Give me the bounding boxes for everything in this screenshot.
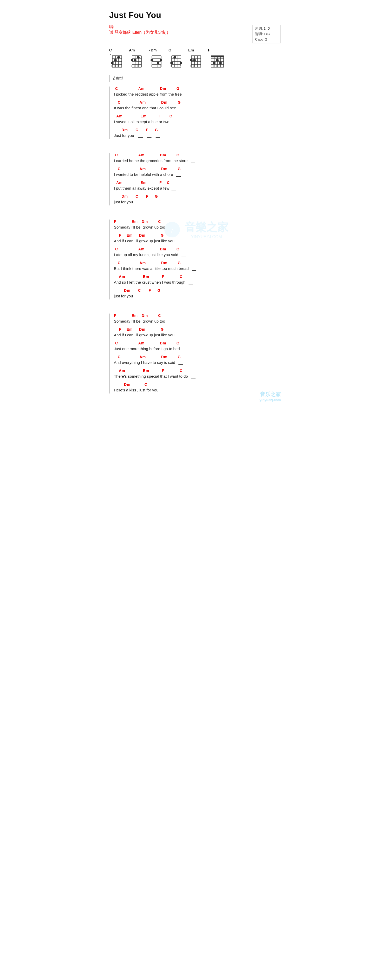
svg-text:3: 3	[213, 65, 214, 67]
chord-line: C Am Dm G	[113, 247, 281, 251]
chord-line: C Am Dm G	[113, 153, 281, 157]
svg-point-27	[131, 59, 133, 62]
lyric-line: just for you __ __ __	[113, 293, 281, 299]
line-group-1-1: C Am Dm G I picked the reddest apple fro…	[113, 86, 281, 98]
spacer	[109, 308, 281, 313]
svg-point-41	[157, 62, 159, 64]
line-group-4-3: C Am Dm G Just one more thing before I g…	[113, 341, 281, 352]
chord-line: C Am Dm G	[113, 86, 281, 91]
svg-text:4: 4	[219, 65, 221, 67]
svg-point-12	[111, 62, 113, 64]
song-title: Just Fou You	[109, 10, 281, 20]
svg-text:2: 2	[193, 65, 195, 67]
chord-c-grid: × 2 1 3	[109, 53, 123, 68]
svg-point-55	[173, 56, 176, 59]
line-group-1-3: Am Em F C I saved it all except a bite o…	[113, 114, 281, 125]
chord-line: C Am Dm G	[113, 341, 281, 345]
meta-section: 唱: 谱 琴友部落 Ellen（为女儿定制） 原调: 1=D 选调: 1=C C…	[109, 25, 281, 43]
lyric-line: I picked the reddest apple from the tree…	[113, 91, 281, 98]
svg-text:1: 1	[174, 65, 175, 67]
chord-diagrams: C × 2 1	[109, 48, 281, 68]
line-group-3-4: C Am Dm G But I think there was a little…	[113, 261, 281, 272]
chord-line: C Am Dm G	[113, 355, 281, 359]
lyric-line: just for you __ __ __	[113, 199, 281, 205]
svg-text:1: 1	[160, 65, 161, 67]
lyric-line: Here's a kiss , just for you	[113, 387, 281, 393]
spacer	[109, 147, 281, 153]
chord-line: F Em Dm C	[113, 220, 281, 224]
chord-line: Dm C F G	[113, 194, 281, 199]
lyric-line: There's something special that I want to…	[113, 373, 281, 380]
lyrics-sections: C Am Dm G I picked the reddest apple fro…	[109, 86, 281, 393]
line-group-4-4: C Am Dm G And everything I have to say i…	[113, 355, 281, 366]
lyric-line: And so I left the crust when I was throu…	[113, 279, 281, 286]
svg-point-42	[150, 59, 153, 62]
line-group-3-2: F Em Dm G And if I can I'll grow up just…	[113, 233, 281, 244]
key-info: 原调: 1=D 选调: 1=C Capo=2	[252, 25, 281, 43]
lyric-line: It was the finest one that I could see _…	[113, 104, 281, 111]
chord-line: F Em Dm G	[113, 233, 281, 237]
lyric-line: And if I can I'll grow up just like you	[113, 237, 281, 244]
svg-point-56	[170, 62, 173, 64]
meta-left: 唱: 谱 琴友部落 Ellen（为女儿定制）	[109, 25, 171, 35]
chord-line: F Em Dm G	[113, 327, 281, 331]
chord-f-grid: 2 4 3	[208, 53, 224, 68]
lyric-line: I carried home the groceries from the st…	[113, 157, 281, 164]
line-group-2-1: C Am Dm G I carried home the groceries f…	[113, 153, 281, 164]
line-group-2-2: C Am Dm G I wanted to be helpful with a …	[113, 167, 281, 178]
svg-point-26	[134, 59, 136, 62]
svg-text:2: 2	[134, 65, 136, 67]
svg-text:2: 2	[216, 65, 217, 67]
lyric-line: And if I can I'll grow up just like you	[113, 331, 281, 339]
lyric-line: But I think there was a little too much …	[113, 265, 281, 272]
svg-point-11	[114, 59, 117, 62]
chord-line: C Am Dm G	[113, 261, 281, 265]
svg-text:2: 2	[151, 65, 152, 67]
lyric-line: I put them all away except a few __	[113, 185, 281, 192]
lyric-line: Just one more thing before I go to bed _…	[113, 345, 281, 352]
chord-line: Am Em F C	[113, 114, 281, 118]
svg-text:4: 4	[180, 65, 181, 67]
svg-point-71	[190, 59, 193, 62]
chord-am-grid: 1 2 3	[129, 53, 142, 68]
line-group-2-3: Am Em F C I put them all away except a f…	[113, 181, 281, 192]
lyric-line: Just for you __ __ __	[113, 132, 281, 139]
svg-point-25	[137, 56, 140, 59]
line-group-3-5: Am Em F C And so I left the crust when I…	[113, 275, 281, 286]
lyric-line: I saved it all except a bite or two __	[113, 118, 281, 125]
svg-point-10	[117, 56, 120, 59]
chord-em-grid: 2 3	[188, 53, 202, 68]
lyrics-section-4: F Em Dm C Someday I'll be grown up too F…	[109, 313, 281, 393]
lyric-line: And everything I have to say is said __	[113, 359, 281, 366]
spacer	[109, 214, 281, 220]
line-group-3-6: Dm C F G just for you __ __ __	[113, 288, 281, 299]
chord-am: Am 1 2 3	[129, 48, 142, 68]
chord-dm-grid: 1 3 2	[149, 53, 162, 68]
chord-g: G 1 3 4	[168, 48, 182, 68]
chord-c: C × 2 1	[109, 48, 123, 68]
lyrics-section-2: C Am Dm G I carried home the groceries f…	[109, 153, 281, 205]
svg-point-70	[193, 59, 196, 62]
chord-g-grid: 1 3 4	[168, 53, 182, 68]
svg-text:2: 2	[118, 65, 119, 67]
chord-line: Am Em F C	[113, 275, 281, 279]
svg-point-85	[216, 59, 219, 62]
svg-text:1: 1	[114, 65, 116, 67]
lyric-line: Someday I'll be grown up too	[113, 224, 281, 231]
lyric-line: I ate up all my lunch just like you said…	[113, 251, 281, 258]
line-group-2-4: Dm C F G just for you __ __ __	[113, 194, 281, 205]
chord-line: F Em Dm C	[113, 313, 281, 318]
chord-line: Dm C F G	[113, 128, 281, 132]
line-group-3-3: C Am Dm G I ate up all my lunch just lik…	[113, 247, 281, 258]
chord-em: Em 2 3	[188, 48, 202, 68]
svg-point-87	[213, 62, 216, 64]
svg-point-86	[219, 62, 222, 64]
svg-text:1: 1	[137, 65, 139, 67]
lyrics-section-1: C Am Dm G I picked the reddest apple fro…	[109, 86, 281, 139]
svg-text:×: ×	[110, 53, 111, 56]
chord-line: Dm C F G	[113, 288, 281, 293]
line-group-4-2: F Em Dm G And if I can I'll grow up just…	[113, 327, 281, 339]
line-group-4-5: Am Em F C There's something special that…	[113, 369, 281, 380]
chord-line: Dm C	[113, 382, 281, 387]
line-group-1-2: C Am Dm G It was the finest one that I c…	[113, 100, 281, 111]
